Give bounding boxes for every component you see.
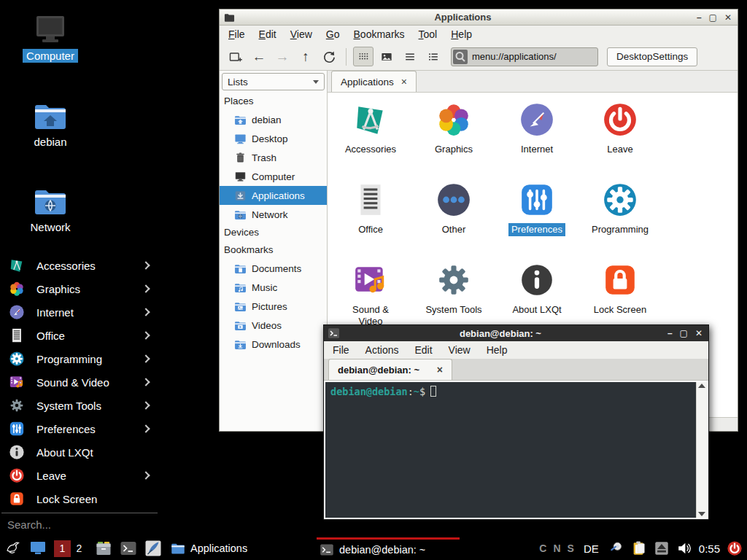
back-button[interactable]: ← (249, 47, 269, 66)
clock[interactable]: 0:55 (699, 542, 720, 555)
graphics-icon (436, 101, 472, 138)
menu-item-system-tools[interactable]: System Tools (0, 394, 159, 417)
minimize-icon[interactable]: – (667, 329, 673, 338)
submenu-arrow-icon (142, 354, 150, 362)
volume-icon[interactable] (676, 540, 692, 556)
sidebar-item-debian[interactable]: debian (220, 110, 327, 129)
screenshot-tool-icon[interactable] (608, 540, 624, 556)
sidebar-mode-select[interactable]: Lists (222, 73, 325, 90)
show-desktop-button[interactable] (29, 540, 47, 557)
fm-titlebar[interactable]: Applications – ▢ ✕ (220, 9, 738, 26)
taskbar-task-applications[interactable]: Applications (168, 537, 311, 559)
workspace-1-button[interactable]: 1 (54, 540, 71, 557)
menu-item-office[interactable]: Office (0, 324, 159, 347)
office-icon (352, 182, 389, 218)
app-item-other[interactable]: Other (412, 182, 495, 262)
fm-tab-applications[interactable]: Applications × (331, 71, 417, 92)
sidebar-item-computer[interactable]: Computer (220, 167, 327, 186)
workspace-2-button[interactable]: 2 (71, 540, 88, 557)
menu-item-lock-screen[interactable]: Lock Screen (0, 487, 159, 510)
menu-item-programming[interactable]: Programming (0, 347, 159, 370)
power-button-icon[interactable] (727, 540, 743, 556)
search-input[interactable] (0, 513, 159, 534)
scroll-up-icon[interactable] (698, 384, 705, 388)
fm-menu-edit[interactable]: Edit (259, 28, 276, 40)
forward-button[interactable]: → (272, 47, 293, 66)
fm-menu-go[interactable]: Go (326, 28, 340, 40)
file-manager-launcher[interactable] (95, 540, 112, 557)
terminal-tab[interactable]: debian@debian: ~ × (328, 359, 452, 380)
desktop-icon-network[interactable]: Network (10, 186, 90, 234)
terminal-titlebar[interactable]: debian@debian: ~ – ▢ ✕ (324, 325, 708, 341)
tab-close-icon[interactable]: × (401, 77, 407, 87)
desktop-settings-button[interactable]: DesktopSettings (607, 47, 697, 66)
maximize-icon[interactable]: ▢ (680, 329, 688, 338)
close-icon[interactable]: ✕ (724, 13, 732, 22)
sidebar-item-music[interactable]: Music (220, 278, 327, 297)
tab-close-icon[interactable]: × (437, 365, 443, 375)
scroll-down-icon[interactable] (698, 512, 705, 516)
eject-icon[interactable] (654, 540, 670, 556)
term-menu-edit[interactable]: Edit (414, 344, 432, 356)
task-label: debian@debian: ~ (339, 544, 425, 556)
sidebar-item-applications[interactable]: Applications (220, 186, 327, 205)
fm-menu-tool[interactable]: Tool (419, 28, 438, 40)
new-tab-button[interactable] (225, 47, 246, 66)
app-item-programming[interactable]: Programming (578, 182, 662, 262)
menu-item-graphics[interactable]: Graphics (0, 277, 159, 300)
term-menu-help[interactable]: Help (487, 344, 508, 356)
desktop-icon-computer[interactable]: Computer (10, 15, 90, 63)
sidebar-header-bookmarks: Bookmarks (220, 241, 327, 259)
term-menu-actions[interactable]: Actions (365, 344, 399, 356)
close-icon[interactable]: ✕ (695, 329, 703, 338)
app-item-leave[interactable]: Leave (578, 101, 662, 182)
term-menu-file[interactable]: File (333, 344, 349, 356)
term-menu-view[interactable]: View (449, 344, 471, 356)
menu-item-accessories[interactable]: Accessories (0, 254, 159, 277)
accessories-icon (352, 101, 389, 138)
fm-menu-bookmarks[interactable]: Bookmarks (354, 28, 405, 40)
menu-item-sound-video[interactable]: Sound & Video (0, 370, 159, 394)
sidebar-item-downloads[interactable]: Downloads (220, 335, 327, 354)
taskbar-task-terminal[interactable]: debian@debian: ~ (317, 537, 460, 559)
sidebar-mode-value: Lists (228, 77, 313, 88)
maximize-icon[interactable]: ▢ (709, 13, 717, 22)
minimize-icon[interactable]: – (697, 13, 702, 22)
desktop-icon-debian[interactable]: debian (10, 101, 90, 149)
fm-menu-view[interactable]: View (290, 28, 312, 40)
menu-item-about-lxqt[interactable]: About LXQt (0, 440, 159, 464)
app-item-graphics[interactable]: Graphics (412, 101, 495, 182)
fm-menu-file[interactable]: File (228, 28, 245, 40)
address-bar[interactable]: menu://applications/ (451, 47, 598, 66)
sidebar-item-pictures[interactable]: Pictures (220, 297, 327, 316)
menu-item-preferences[interactable]: Preferences (0, 417, 159, 440)
app-item-preferences[interactable]: Preferences (495, 182, 578, 262)
sidebar-item-documents[interactable]: Documents (220, 259, 327, 278)
terminal-launcher[interactable] (120, 540, 137, 557)
main-menu-button[interactable] (4, 540, 22, 557)
terminal-screen[interactable]: debian@debian:~$ (325, 382, 696, 518)
icon-view-button[interactable] (353, 47, 374, 66)
sidebar-item-desktop[interactable]: Desktop (220, 129, 327, 148)
detailed-view-button[interactable] (423, 47, 444, 66)
app-item-label: Lock Screen (591, 303, 649, 316)
back-arrow-icon: ← (252, 50, 266, 63)
menu-item-leave[interactable]: Leave (0, 464, 159, 487)
clipboard-icon[interactable] (631, 540, 647, 556)
menu-item-internet[interactable]: Internet (0, 300, 159, 324)
app-item-accessories[interactable]: Accessories (329, 101, 412, 182)
thumbnail-view-button[interactable] (376, 47, 397, 66)
app-item-office[interactable]: Office (329, 182, 412, 262)
fm-menu-help[interactable]: Help (451, 28, 472, 40)
keyboard-layout-indicator[interactable]: DE (584, 542, 599, 555)
terminal-scrollbar[interactable] (696, 382, 707, 518)
app-item-internet[interactable]: Internet (495, 101, 578, 182)
up-button[interactable]: ↑ (295, 47, 316, 66)
text-editor-launcher[interactable] (144, 540, 162, 557)
sidebar-item-network[interactable]: Network (220, 205, 327, 224)
reload-button[interactable] (319, 47, 339, 66)
sidebar-item-trash[interactable]: Trash (220, 148, 327, 167)
compact-view-button[interactable] (400, 47, 420, 66)
downloads-folder-icon (234, 339, 247, 350)
sidebar-item-videos[interactable]: Videos (220, 316, 327, 335)
